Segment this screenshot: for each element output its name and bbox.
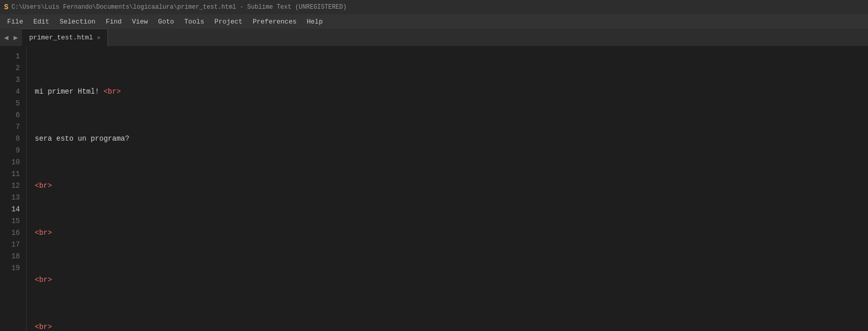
line-num-8: 8 [4,133,20,145]
menu-tools[interactable]: Tools [179,16,209,28]
menu-edit[interactable]: Edit [28,16,54,28]
editor: 1 2 3 4 5 6 7 8 9 10 11 12 13 14 15 16 1… [0,47,868,331]
tab-label: primer_test.html [29,34,93,41]
menu-find[interactable]: Find [101,16,127,28]
code-content[interactable]: mi primer Html! <br> sera esto un progra… [27,47,868,331]
menu-project[interactable]: Project [209,16,248,28]
title-text: C:\Users\Luis Fernando\Documents\logicaa… [11,4,346,11]
line-num-16: 16 [4,227,20,239]
tab-next-arrow[interactable]: ▶ [11,32,19,43]
line-num-12: 12 [4,180,20,192]
menu-selection[interactable]: Selection [54,16,100,28]
code-line-5: <br> [35,274,868,286]
tab-prev-arrow[interactable]: ◀ [2,32,10,43]
line-num-10: 10 [4,157,20,168]
code-line-2: sera esto un programa? [35,133,868,145]
tab-close-button[interactable]: ✕ [97,34,101,41]
menu-view[interactable]: View [127,16,153,28]
line-num-13: 13 [4,192,20,204]
menu-preferences[interactable]: Preferences [248,16,302,28]
tab-nav: ◀ ▶ [0,32,22,43]
line-num-15: 15 [4,215,20,227]
menu-help[interactable]: Help [302,16,328,28]
line-num-7: 7 [4,121,20,133]
line-num-19: 19 [4,262,20,274]
line-numbers: 1 2 3 4 5 6 7 8 9 10 11 12 13 14 15 16 1… [0,47,27,331]
line-num-6: 6 [4,109,20,121]
line-num-14: 14 [4,204,20,215]
line-num-9: 9 [4,145,20,157]
line-num-1: 1 [4,51,20,62]
code-line-3: <br> [35,180,868,192]
tab-bar: ◀ ▶ primer_test.html ✕ [0,29,868,47]
line-num-11: 11 [4,168,20,180]
title-bar: S C:\Users\Luis Fernando\Documents\logic… [0,0,868,14]
code-line-1: mi primer Html! <br> [35,86,868,98]
code-line-4: <br> [35,227,868,239]
line-num-17: 17 [4,239,20,251]
code-line-6: <br> [35,321,868,331]
line-num-2: 2 [4,62,20,74]
line-num-4: 4 [4,86,20,98]
line-num-5: 5 [4,98,20,109]
app-icon: S [4,3,8,11]
line-num-18: 18 [4,251,20,262]
menu-bar: File Edit Selection Find View Goto Tools… [0,14,868,29]
line-num-3: 3 [4,74,20,86]
menu-file[interactable]: File [2,16,28,28]
menu-goto[interactable]: Goto [153,16,179,28]
tab-primer-test[interactable]: primer_test.html ✕ [22,29,108,47]
